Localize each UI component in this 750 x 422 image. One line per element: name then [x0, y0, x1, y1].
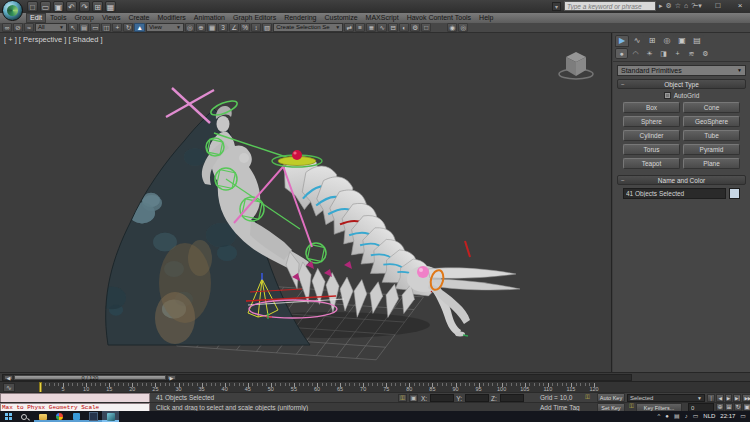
sign-in-icon[interactable]: ▸ [659, 1, 663, 11]
menu-group[interactable]: Group [70, 13, 97, 23]
subtab-helpers[interactable]: + [671, 48, 684, 59]
selection-lock-icon[interactable]: ⚿ [398, 394, 407, 402]
menu-tools[interactable]: Tools [46, 13, 70, 23]
edit-named-selection-sets-button[interactable]: ▧ [262, 23, 272, 32]
menu-customize[interactable]: Customize [320, 13, 361, 23]
unlink-selection-button[interactable]: ⊘ [13, 23, 23, 32]
time-slider-handle[interactable]: 0 / 120 [14, 375, 166, 380]
new-scene-icon[interactable]: □ [27, 1, 38, 12]
keyboard-shortcut-override-button[interactable]: ▦ [207, 23, 217, 32]
search-input[interactable] [564, 1, 656, 11]
previous-frame-button[interactable]: ◀ [716, 394, 723, 402]
time-slider-track[interactable]: 0 / 120 ◀ ▶ [2, 374, 632, 381]
workspace-switcher-icon[interactable]: ▦ [105, 1, 116, 12]
next-frame-button[interactable]: ▶| [733, 394, 741, 402]
project-folder-icon[interactable]: ⊞ [92, 1, 103, 12]
bind-to-space-warp-button[interactable]: ≈ [24, 23, 34, 32]
save-file-icon[interactable]: ▣ [53, 1, 64, 12]
menu-havok-content-tools[interactable]: Havok Content Tools [403, 13, 475, 23]
select-and-scale-button[interactable]: ▲ [134, 23, 144, 32]
create-sphere-button[interactable]: Sphere [623, 116, 680, 127]
name-color-rollout-header[interactable]: − Name and Color [617, 175, 746, 185]
maximize-viewport-toggle-button[interactable]: ▣ [743, 403, 750, 411]
select-by-name-button[interactable]: ▤ [79, 23, 89, 32]
menu-graph-editors[interactable]: Graph Editors [229, 13, 280, 23]
menu-create[interactable]: Create [124, 13, 153, 23]
viewport-canvas[interactable]: [ + ] [ Perspective ] [ Shaded ] [0, 33, 612, 372]
rendered-frame-window-button[interactable]: □ [421, 23, 431, 32]
manage-layers-button[interactable]: ≣ [366, 23, 376, 32]
taskbar-3ds-max[interactable] [102, 411, 119, 422]
next-frame-arrow[interactable]: ▶ [167, 375, 176, 380]
select-and-link-button[interactable]: ∞ [2, 23, 12, 32]
create-cylinder-button[interactable]: Cylinder [623, 130, 680, 141]
curve-editor-button[interactable]: ∿ [377, 23, 387, 32]
tray-tray-folder[interactable]: ▤ [674, 411, 680, 422]
spinner-snap-toggle-button[interactable]: ↕ [251, 23, 261, 32]
menu-views[interactable]: Views [98, 13, 125, 23]
previous-frame-arrow[interactable]: ◀ [4, 375, 13, 380]
tab-motion[interactable]: ◎ [660, 35, 674, 47]
taskbar-file-explorer[interactable] [34, 411, 51, 422]
tab-create[interactable]: ▶ [615, 35, 629, 47]
tab-modify[interactable]: ∿ [630, 35, 644, 47]
subtab-lights[interactable]: ☀ [643, 48, 656, 59]
viewcube[interactable] [559, 52, 593, 79]
zoom-extents-all-button[interactable]: ⊞ [725, 403, 733, 411]
absolute-mode-icon[interactable]: ▣ [409, 394, 418, 402]
percent-snap-toggle-button[interactable]: % [240, 23, 250, 32]
wrench-icon[interactable]: ⚙ [666, 1, 672, 11]
window-crossing-toggle-button[interactable]: ◫ [101, 23, 111, 32]
y-coordinate-field[interactable] [465, 394, 489, 402]
search-scope-icon[interactable]: ▾ [552, 2, 561, 11]
select-and-manipulate-button[interactable]: ⊕ [196, 23, 206, 32]
tab-utilities[interactable]: ▤ [690, 35, 704, 47]
object-type-rollout-header[interactable]: − Object Type [617, 79, 746, 89]
subtab-space-warps[interactable]: ≋ [685, 48, 698, 59]
create-cone-button[interactable]: Cone [683, 102, 740, 113]
object-color-swatch[interactable] [729, 188, 740, 199]
snaps-toggle-3d-button[interactable]: 3 [218, 23, 228, 32]
minimize-button[interactable]: − [690, 0, 702, 12]
tray-tray-display[interactable]: ▭ [693, 411, 699, 422]
render-iterative-button[interactable]: ◎ [458, 23, 468, 32]
named-selection-sets-dropdown[interactable]: Create Selection Se▼ [273, 23, 343, 32]
taskbar-start[interactable] [0, 411, 17, 422]
autogrid-checkbox[interactable] [664, 92, 671, 99]
auto-key-button[interactable]: Auto Key [597, 393, 625, 402]
tab-display[interactable]: ▣ [675, 35, 689, 47]
material-editor-button[interactable]: ◐ [399, 23, 409, 32]
reference-coordinate-system-dropdown[interactable]: View▼ [146, 23, 184, 32]
menu-rendering[interactable]: Rendering [280, 13, 320, 23]
use-pivot-point-center-button[interactable]: ◎ [185, 23, 195, 32]
create-box-button[interactable]: Box [623, 102, 680, 113]
clock[interactable]: 22:17 [720, 411, 735, 422]
go-to-start-button[interactable]: |◀ [707, 394, 715, 402]
language-indicator[interactable]: NLD [703, 411, 715, 422]
menu-edit[interactable]: Edit [26, 13, 46, 23]
select-and-rotate-button[interactable]: ↻ [123, 23, 133, 32]
zoom-button[interactable]: ⊕ [716, 403, 724, 411]
tray-hidden-icons[interactable]: ^ [658, 411, 661, 422]
subtab-cameras[interactable]: ◨ [657, 48, 670, 59]
create-teapot-button[interactable]: Teapot [623, 158, 680, 169]
select-and-move-button[interactable]: + [112, 23, 122, 32]
menu-help[interactable]: Help [475, 13, 497, 23]
angle-snap-toggle-button[interactable]: ∠ [229, 23, 239, 32]
application-menu-button[interactable] [2, 0, 23, 21]
favorites-icon[interactable]: ☆ [675, 1, 681, 11]
create-torus-button[interactable]: Torus [623, 144, 680, 155]
tab-hierarchy[interactable]: ⊞ [645, 35, 659, 47]
category-dropdown[interactable]: Standard Primitives ▼ [617, 65, 746, 76]
redo-icon[interactable]: ↷ [79, 1, 90, 12]
z-coordinate-field[interactable] [500, 394, 524, 402]
taskbar-chrome[interactable] [51, 411, 68, 422]
menu-modifiers[interactable]: Modifiers [153, 13, 189, 23]
subtab-shapes[interactable]: ◠ [629, 48, 642, 59]
maximize-button[interactable]: □ [712, 0, 724, 12]
align-button[interactable]: ≡ [355, 23, 365, 32]
subtab-geometry[interactable]: ● [615, 48, 628, 59]
undo-icon[interactable]: ↶ [66, 1, 77, 12]
taskbar-app-blue[interactable] [68, 411, 85, 422]
create-pyramid-button[interactable]: Pyramid [683, 144, 740, 155]
